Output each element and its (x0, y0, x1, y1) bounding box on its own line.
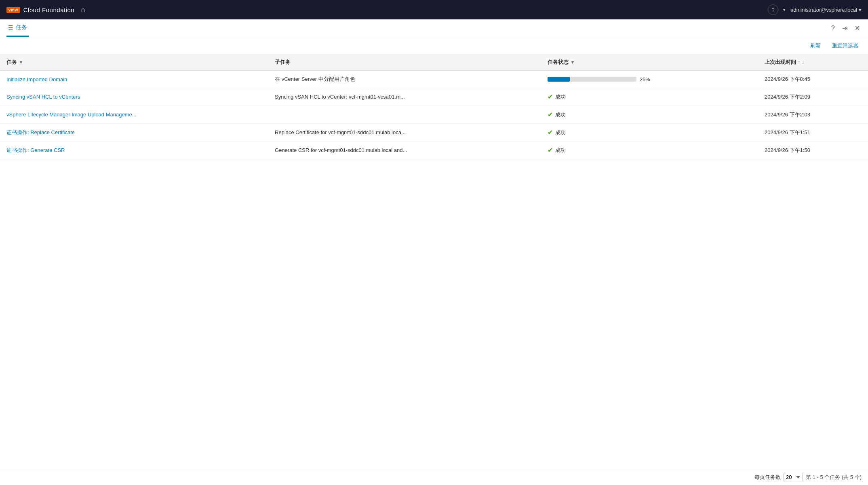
nav-right-area: ? ▾ administrator@vsphere.local ▾ (768, 4, 862, 15)
task-link[interactable]: vSphere Lifecycle Manager Image Upload M… (6, 112, 137, 118)
task-cell: Initialize Imported Domain (0, 70, 268, 88)
status-success-cell: ✔成功 (548, 146, 752, 154)
status-cell: ✔成功 (541, 106, 758, 124)
task-link[interactable]: 证书操作: Generate CSR (6, 147, 65, 153)
task-cell: 证书操作: Generate CSR (0, 141, 268, 159)
time-cell: 2024/9/26 下午2:03 (758, 106, 868, 124)
progress-container: 25% (548, 76, 752, 82)
tasks-tab-label: 任务 (16, 24, 27, 31)
success-icon: ✔ (548, 146, 553, 154)
progress-bar-fill (548, 77, 570, 82)
tasks-tab-icon: ☰ (8, 24, 13, 31)
col-status-label: 任务状态 (548, 59, 569, 66)
vmw-badge: vmw (6, 7, 20, 13)
status-cell: 25% (541, 70, 758, 88)
success-icon: ✔ (548, 129, 553, 136)
status-text: 成功 (555, 129, 566, 136)
task-cell: Syncing vSAN HCL to vCenters (0, 88, 268, 106)
col-task: 任务 ▼ (0, 55, 268, 70)
progress-percentage: 25% (640, 76, 650, 82)
status-text: 成功 (555, 147, 566, 154)
status-success-cell: ✔成功 (548, 111, 752, 118)
sub-header-help-button[interactable]: ? (830, 23, 836, 34)
success-icon: ✔ (548, 93, 553, 101)
refresh-button[interactable]: 刷新 (807, 40, 824, 51)
status-cell: ✔成功 (541, 88, 758, 106)
success-icon: ✔ (548, 111, 553, 118)
nav-chevron-icon[interactable]: ▾ (783, 7, 786, 13)
status-text: 成功 (555, 111, 566, 118)
task-link[interactable]: Syncing vSAN HCL to vCenters (6, 94, 80, 100)
time-sort-desc-icon[interactable]: ↓ (802, 59, 804, 65)
user-name: administrator@vsphere.local (790, 7, 857, 13)
table-row: vSphere Lifecycle Manager Image Upload M… (0, 106, 868, 124)
col-time-label: 上次出现时间 (765, 59, 796, 66)
table-row: 证书操作: Replace CertificateReplace Certifi… (0, 124, 868, 141)
table-row: 证书操作: Generate CSRGenerate CSR for vcf-m… (0, 141, 868, 159)
table-body: Initialize Imported Domain在 vCenter Serv… (0, 70, 868, 159)
time-cell: 2024/9/26 下午2:09 (758, 88, 868, 106)
user-menu[interactable]: administrator@vsphere.local ▾ (790, 7, 862, 13)
col-subtask-label: 子任务 (275, 59, 291, 66)
col-status: 任务状态 ▼ (541, 55, 758, 70)
sub-header-actions: ? ⇥ ✕ (830, 23, 862, 34)
logo-area: vmw Cloud Foundation (6, 6, 74, 13)
table-row: Initialize Imported Domain在 vCenter Serv… (0, 70, 868, 88)
status-success-cell: ✔成功 (548, 129, 752, 136)
time-cell: 2024/9/26 下午1:51 (758, 124, 868, 141)
status-cell: ✔成功 (541, 141, 758, 159)
tasks-table: 任务 ▼ 子任务 任务状态 ▼ 上次出现 (0, 55, 868, 159)
tasks-table-container: 任务 ▼ 子任务 任务状态 ▼ 上次出现 (0, 55, 868, 159)
col-subtask: 子任务 (268, 55, 541, 70)
time-cell: 2024/9/26 下午1:50 (758, 141, 868, 159)
home-icon[interactable]: ⌂ (81, 6, 85, 14)
status-filter-icon[interactable]: ▼ (570, 59, 575, 65)
reset-filters-button[interactable]: 重置筛选器 (829, 40, 862, 51)
table-row: Syncing vSAN HCL to vCentersSyncing vSAN… (0, 88, 868, 106)
status-success-cell: ✔成功 (548, 93, 752, 101)
progress-bar-wrap (548, 77, 636, 82)
subtask-cell: 在 vCenter Server 中分配用户角色 (268, 70, 541, 88)
subtask-cell: Syncing vSAN HCL to vCenter: vcf-mgmt01-… (268, 88, 541, 106)
table-header-row: 任务 ▼ 子任务 任务状态 ▼ 上次出现 (0, 55, 868, 70)
tasks-tab[interactable]: ☰ 任务 (6, 19, 29, 37)
task-link[interactable]: 证书操作: Replace Certificate (6, 129, 75, 135)
task-cell: 证书操作: Replace Certificate (0, 124, 268, 141)
time-sort-asc-icon[interactable]: ↑ (798, 59, 800, 65)
top-navigation: vmw Cloud Foundation ⌂ ? ▾ administrator… (0, 0, 868, 19)
col-task-label: 任务 (6, 59, 17, 66)
subtask-cell: Replace Certificate for vcf-mgmt01-sddc0… (268, 124, 541, 141)
task-filter-icon[interactable]: ▼ (19, 59, 23, 65)
toolbar: 刷新 重置筛选器 (0, 37, 868, 55)
subtask-cell: Generate CSR for vcf-mgmt01-sddc01.mulab… (268, 141, 541, 159)
sub-header-pin-button[interactable]: ⇥ (841, 23, 849, 34)
task-link[interactable]: Initialize Imported Domain (6, 76, 67, 82)
subtask-cell (268, 106, 541, 124)
sub-header: ☰ 任务 ? ⇥ ✕ (0, 19, 868, 37)
status-cell: ✔成功 (541, 124, 758, 141)
user-chevron-icon: ▾ (859, 7, 862, 13)
time-cell: 2024/9/26 下午8:45 (758, 70, 868, 88)
task-cell: vSphere Lifecycle Manager Image Upload M… (0, 106, 268, 124)
col-time: 上次出现时间 ↑ ↓ (758, 55, 868, 70)
status-text: 成功 (555, 93, 566, 101)
help-button[interactable]: ? (768, 4, 778, 15)
sub-header-close-button[interactable]: ✕ (853, 23, 862, 34)
brand-name: Cloud Foundation (23, 6, 74, 13)
